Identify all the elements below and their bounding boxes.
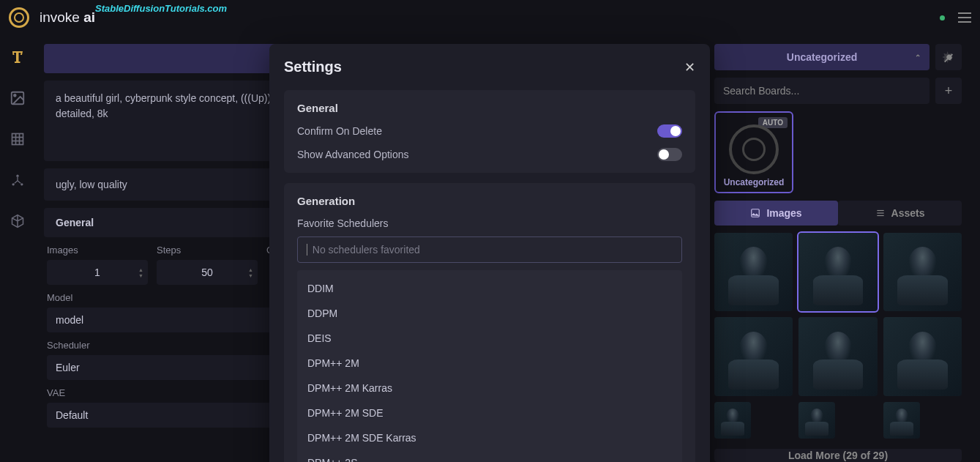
scheduler-option[interactable]: DPM++ 2M SDE Karras [297,425,682,450]
settings-modal: Settings ✕ General Confirm On Delete Sho… [269,44,710,462]
schedulers-dropdown: DDIM DDPM DEIS DPM++ 2M DPM++ 2M Karras … [297,270,682,462]
close-icon[interactable]: ✕ [684,59,695,75]
scheduler-option[interactable]: DEIS [297,326,682,351]
scheduler-option[interactable]: DDIM [297,276,682,301]
scheduler-option[interactable]: DPM++ 2M SDE [297,400,682,425]
show-advanced-label: Show Advanced Options [297,149,409,160]
scheduler-option[interactable]: DDPM [297,301,682,326]
general-heading: General [297,102,682,114]
show-advanced-toggle[interactable] [657,148,682,161]
scheduler-option[interactable]: DPM++ 2M Karras [297,376,682,400]
generation-heading: Generation [297,195,682,207]
confirm-delete-label: Confirm On Delete [297,125,382,137]
confirm-delete-toggle[interactable] [657,124,682,138]
watermark: StableDiffusionTutorials.com [95,3,227,14]
scheduler-option[interactable]: DPM++ 2M [297,351,682,376]
modal-title: Settings [284,59,342,75]
fav-schedulers-input[interactable]: No schedulers favorited [297,236,682,263]
fav-schedulers-label: Favorite Schedulers [297,217,682,229]
scheduler-option[interactable]: DPM++ 2S [297,450,682,462]
